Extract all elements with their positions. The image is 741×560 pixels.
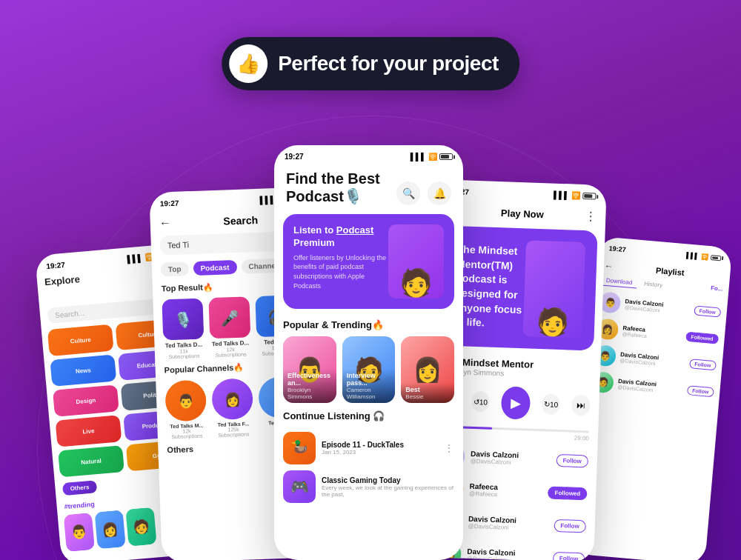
thumbs-up-icon: 👍 [229,44,268,83]
back-button-right[interactable]: ← [604,261,614,272]
channel-1[interactable]: 👨 Ted Talks M... 12k Subscriptions [165,379,207,439]
time-cl: 19:27 [160,199,179,208]
small-follow-4[interactable]: Follow [687,385,714,397]
small-follow-2[interactable]: Followed [685,331,719,344]
hero-desc: Offer listeners by Unlocking the benefit… [293,253,388,290]
battery-icon-main [439,153,453,160]
hero-text: Listen to Podcast Premium Offer listener… [293,224,388,290]
channel-2[interactable]: 👩 Ted Talks F... 125k Subscriptions [211,378,254,438]
follow-button-1[interactable]: Follow [556,453,588,467]
playlist-info-1: Davis Calzoni @DavisCalzoni [471,450,551,467]
continue-info-1: Episode 11 - DuckTales Jan 15, 2023 [322,441,438,456]
small-info-3: Davis Calzoni @DavisCalzoni [619,351,685,369]
bell-button-main[interactable]: 🔔 [428,181,451,205]
status-bar-main: 19:27 ▌▌▌ 🛜 [274,145,463,164]
continue-date-1: Jan 15, 2023 [322,449,438,456]
continue-info-2: Classic Gaming Today Every week, we look… [322,476,454,498]
follow-button-4[interactable]: Follow [553,551,585,560]
main-header: Find the BestPodcast🎙️ 🔍 🔔 [274,164,463,208]
small-info-2: Rafeeca @Rafeeca [622,324,682,341]
continue-thumb-1: 🦆 [283,432,316,464]
small-info-1: Davis Calzoni @DavisCalzoni [625,298,691,316]
header: 👍 Perfect for your project [222,37,519,90]
cat-news[interactable]: News [50,354,116,386]
total-time: 29:00 [574,435,589,442]
hero-play-content: The Mindset Mentor(TM) podcast is design… [454,242,526,332]
continue-thumb-2: 🎮 [283,470,316,503]
fo-tab[interactable]: Fo... [710,284,723,296]
small-info-4: Davis Calzoni @DavisCalzoni [617,378,683,396]
continue-title-2: Classic Gaming Today [322,476,454,484]
status-icons-cr: ▌▌▌ 🛜 [554,191,597,201]
cat-others[interactable]: Others [62,480,97,496]
tab-download[interactable]: Download [601,275,637,288]
popular-trending-header: Popular & Trending🔥 [274,315,463,333]
badge-text: Perfect for your project [278,52,499,76]
play-header: ← Play Now ⋮ [439,198,606,227]
playlist-info-3: Davis Calzoni @DavisCalzoni [468,515,548,533]
continue-label: Continue Listening 🎧 [283,410,385,421]
tab-podcast[interactable]: Podcast [193,260,237,276]
cat-live[interactable]: Live [56,415,122,447]
hero-banner: Listen to Podcast Premium Offer listener… [283,214,454,309]
continue-desc-2: Every week, we look at the gaming experi… [322,484,454,498]
more-button-cr[interactable]: ⋮ [585,209,597,224]
trending-grid: 👨 Effectiveness an... Brooklyn Simmons 🧑… [274,333,463,406]
hero-play-banner: The Mindset Mentor(TM) podcast is design… [442,226,598,351]
playlist-info-2: Rafeeca @Rafeeca [469,482,542,499]
person-thumb-1: 👨 [64,513,95,552]
time-left: 19:27 [46,261,65,270]
popular-trending-label: Popular & Trending🔥 [283,319,384,330]
continue-item-2[interactable]: 🎮 Classic Gaming Today Every week, we lo… [283,467,454,506]
cat-design[interactable]: Design [53,384,119,416]
hero-play-text: The Mindset Mentor(TM) podcast is design… [454,242,526,332]
podcast-result-1[interactable]: 🎙️ Ted Talks D... 11k Subscriptions [162,299,205,360]
hero-person: 🧑 [388,224,444,299]
status-icons-main: ▌▌▌ 🛜 [411,153,453,161]
small-follow-3[interactable]: Follow [689,359,717,370]
hero-person-silhouette: 🧑 [388,224,444,299]
continue-title-1: Episode 11 - DuckTales [322,441,438,449]
playlist-info-4: Davis Calzoni @DavisCalzoni [467,547,547,560]
battery-icon-cr [582,193,596,200]
trending-card-2[interactable]: 🧑 Interview pass... Cameron Williamson [342,336,396,403]
search-placeholder: Search... [55,309,85,319]
battery-icon-right [711,255,722,261]
time-right: 19:27 [608,244,626,253]
follow-button-3[interactable]: Follow [554,519,586,533]
status-icons-right: ▌▌▌ 🛜 [686,252,722,261]
main-title: Find the BestPodcast🎙️ [286,170,380,205]
person-thumb-3: 🧑 [125,507,156,547]
cat-culture-1[interactable]: Culture [47,324,114,356]
continue-header: Continue Listening 🎧 [274,406,463,424]
search-query: Ted Ti [167,240,190,250]
time-main: 19:27 [285,153,304,161]
trending-card-1[interactable]: 👨 Effectiveness an... Brooklyn Simmons [283,336,336,403]
phone-main: 19:27 ▌▌▌ 🛜 Find the BestPodcast🎙️ 🔍 🔔 L… [274,145,463,560]
podcast-underline: Podcast [336,224,374,236]
phones-container: 19:27 ▌▌▌ 🛜 Explore ⚙ Search... Culture … [7,108,734,560]
back-button-cl[interactable]: ← [159,216,171,230]
hero-title: Listen to Podcast Premium [293,224,388,250]
skip-button[interactable]: ⏭ [571,395,591,416]
continue-item-1[interactable]: 🦆 Episode 11 - DuckTales Jan 15, 2023 ⋮ [283,429,454,467]
tab-top[interactable]: Top [161,261,189,276]
small-follow-1[interactable]: Follow [694,305,721,317]
play-button-main[interactable]: ▶ [501,386,531,419]
trending-card-3[interactable]: 👩 Best Bessie [401,336,454,403]
search-button-main[interactable]: 🔍 [396,181,420,205]
continue-section: 🦆 Episode 11 - DuckTales Jan 15, 2023 ⋮ … [274,424,463,509]
badge-pill: 👍 Perfect for your project [222,37,519,90]
hero-play-person: 🧑 [523,240,585,339]
back10-button[interactable]: ↺10 [471,391,491,413]
followed-button-2[interactable]: Followed [548,486,587,500]
person-thumb-2: 👩 [95,510,126,549]
cat-natural[interactable]: Natural [58,445,124,477]
podcast-result-2[interactable]: 🎤 Ted Talks D... 12k Subscriptions [208,296,251,358]
more-icon-1[interactable]: ⋮ [444,442,454,454]
tab-history[interactable]: History [639,279,668,291]
play-title: Play Now [459,206,585,221]
main-icons: 🔍 🔔 [396,181,451,205]
fwd10-button[interactable]: ↻10 [542,393,561,415]
